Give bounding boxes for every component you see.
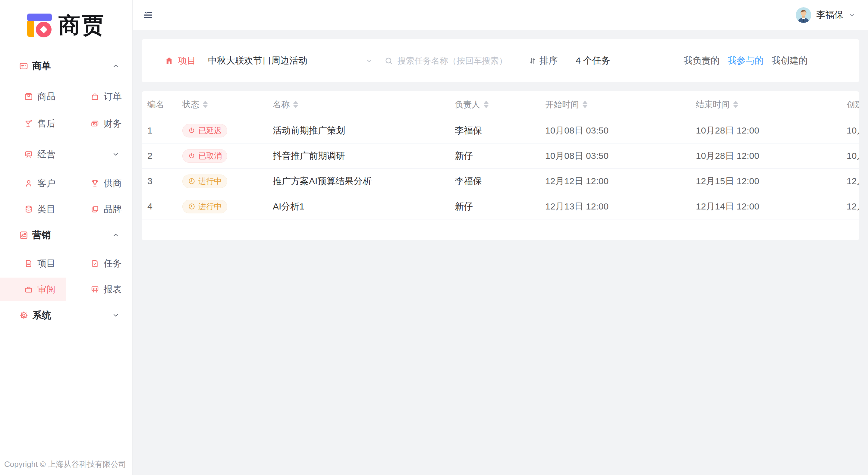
sidebar-row: 类目 品牌 (0, 196, 133, 222)
sidebar-item-label: 供商 (104, 177, 122, 190)
topbar: 李福保 (133, 0, 868, 30)
column-header-start[interactable]: 开始时间 (545, 91, 696, 118)
task-owner: 新仔 (455, 143, 545, 168)
task-end: 10月28日 12:00 (696, 118, 846, 143)
task-owner: 李福保 (455, 118, 545, 143)
clock-icon (188, 177, 195, 185)
sidebar-item-goods[interactable]: 商品 (0, 85, 66, 108)
sidebar-item-tasks[interactable]: 任务 (66, 252, 133, 275)
task-search-input[interactable]: 搜索任务名称（按回车搜索） (384, 55, 507, 67)
sidebar-item-suppliers[interactable]: 供商 (66, 171, 133, 195)
sidebar-item-categories[interactable]: 类目 (0, 197, 66, 221)
column-header-name[interactable]: 名称 (273, 91, 455, 118)
sidebar-item-finance[interactable]: 财务 (66, 112, 133, 135)
task-toolbar: 项目 中秋大联欢节日周边活动 搜索任务名称（按回车搜索） 排序 4 个任务 (142, 39, 859, 82)
tab-my-responsible[interactable]: 我负责的 (684, 55, 720, 67)
task-end: 10月28日 12:00 (696, 143, 846, 168)
user-name: 李福保 (816, 9, 843, 21)
sidebar-row: 项目 任务 (0, 250, 133, 276)
sidebar-section-label: 系统 (33, 309, 51, 322)
sidebar-item-label: 商品 (37, 90, 56, 103)
task-table-card: 编名 状态 名称 负责人 (142, 91, 859, 240)
tab-my-participating[interactable]: 我参与的 (727, 55, 764, 67)
task-icon (90, 259, 99, 268)
table-row[interactable]: 1 已延迟 活动前期推广策划 李福保 10月08日 03:50 10月28日 1… (142, 118, 859, 143)
document-icon (24, 259, 33, 268)
sidebar-item-projects[interactable]: 项目 (0, 252, 66, 275)
briefcase-icon (24, 285, 33, 294)
column-header-status[interactable]: 状态 (182, 91, 273, 118)
chevron-up-icon (112, 62, 119, 70)
chevron-down-icon (112, 151, 119, 158)
sort-caret-icon[interactable] (484, 101, 489, 108)
task-filter-tabs: 我负责的 我参与的 我创建的 (684, 55, 808, 67)
chart-board-icon (90, 285, 99, 294)
task-created: 10月 (846, 118, 859, 143)
sidebar-section-marketing[interactable]: 营销 (0, 222, 133, 248)
sidebar-item-label: 任务 (104, 257, 122, 270)
task-created: 12月 (846, 194, 859, 219)
table-row[interactable]: 4 进行中 AI分析1 新仔 12月13日 12:00 12月14日 12:00… (142, 194, 859, 219)
tab-my-created[interactable]: 我创建的 (772, 55, 808, 67)
task-name: 活动前期推广策划 (273, 118, 455, 143)
task-id: 1 (142, 118, 182, 143)
sidebar-item-brands[interactable]: 品牌 (66, 197, 133, 221)
task-start: 12月12日 12:00 (545, 168, 696, 194)
sidebar-row: 审阅 报表 (0, 276, 133, 302)
sort-caret-icon[interactable] (293, 101, 298, 108)
task-table: 编名 状态 名称 负责人 (142, 91, 859, 219)
user-menu[interactable]: 李福保 (796, 7, 856, 23)
copyright-text: Copyright © 上海从谷科技有限公司 (4, 459, 126, 470)
sidebar-collapse-button[interactable] (141, 8, 155, 22)
column-header-id: 编名 (142, 91, 182, 118)
task-owner: 新仔 (455, 194, 545, 219)
sidebar-item-operations[interactable]: 经营 (0, 141, 133, 167)
sidebar-item-label: 品牌 (104, 203, 122, 216)
chevron-down-icon (365, 57, 373, 65)
chevron-down-icon (112, 312, 119, 319)
table-row[interactable]: 3 进行中 推广方案AI预算结果分析 李福保 12月12日 12:00 12月1… (142, 168, 859, 194)
task-name: 抖音推广前期调研 (273, 143, 455, 168)
task-name: 推广方案AI预算结果分析 (273, 168, 455, 194)
status-badge: 已取消 (182, 149, 227, 163)
sidebar-item-label: 经营 (37, 148, 56, 161)
wallet-icon (90, 119, 99, 128)
sort-caret-icon[interactable] (203, 101, 208, 108)
user-icon (24, 179, 33, 188)
search-icon (384, 56, 393, 65)
sort-button[interactable]: 排序 (528, 55, 558, 67)
column-header-owner[interactable]: 负责人 (455, 91, 545, 118)
sidebar-section-label: 营销 (32, 229, 51, 242)
sidebar-row: 售后 财务 (0, 110, 133, 136)
sort-caret-icon[interactable] (733, 101, 738, 108)
sidebar-item-reports[interactable]: 报表 (66, 278, 133, 301)
status-badge: 进行中 (182, 175, 227, 188)
sidebar-row: 商品 订单 (0, 84, 133, 109)
table-header-row: 编名 状态 名称 负责人 (142, 91, 859, 118)
sidebar-section-system[interactable]: 系统 (0, 302, 133, 328)
column-header-created[interactable]: 创建时间 (846, 91, 859, 118)
box-icon (24, 92, 33, 101)
power-icon (188, 127, 195, 134)
task-created: 10月 (846, 143, 859, 168)
sidebar-section-business-orders[interactable]: 商单 (0, 53, 133, 79)
cocktail-icon (24, 119, 33, 128)
project-select[interactable]: 中秋大联欢节日周边活动 (208, 55, 373, 67)
table-row[interactable]: 2 已取消 抖音推广前期调研 新仔 10月08日 03:50 10月28日 12… (142, 143, 859, 168)
sidebar-item-orders[interactable]: 订单 (66, 85, 133, 108)
copy-icon (90, 204, 99, 214)
sort-caret-icon[interactable] (583, 101, 587, 108)
brand-logo[interactable]: 商贾 (0, 0, 132, 40)
column-header-end[interactable]: 结束时间 (696, 91, 846, 118)
sidebar-item-label: 项目 (37, 257, 56, 270)
task-count: 4 个任务 (576, 55, 610, 67)
sidebar-item-customers[interactable]: 客户 (0, 171, 66, 195)
search-placeholder: 搜索任务名称（按回车搜索） (398, 55, 507, 67)
clock-icon (188, 202, 195, 210)
sidebar-item-label: 报表 (104, 283, 122, 296)
sidebar: 商贾 商单 商品 (0, 0, 133, 475)
sidebar-item-review[interactable]: 审阅 (0, 278, 66, 301)
sidebar-item-label: 订单 (104, 90, 122, 103)
sidebar-item-after-sales[interactable]: 售后 (0, 112, 66, 135)
task-end: 12月14日 12:00 (696, 194, 846, 219)
